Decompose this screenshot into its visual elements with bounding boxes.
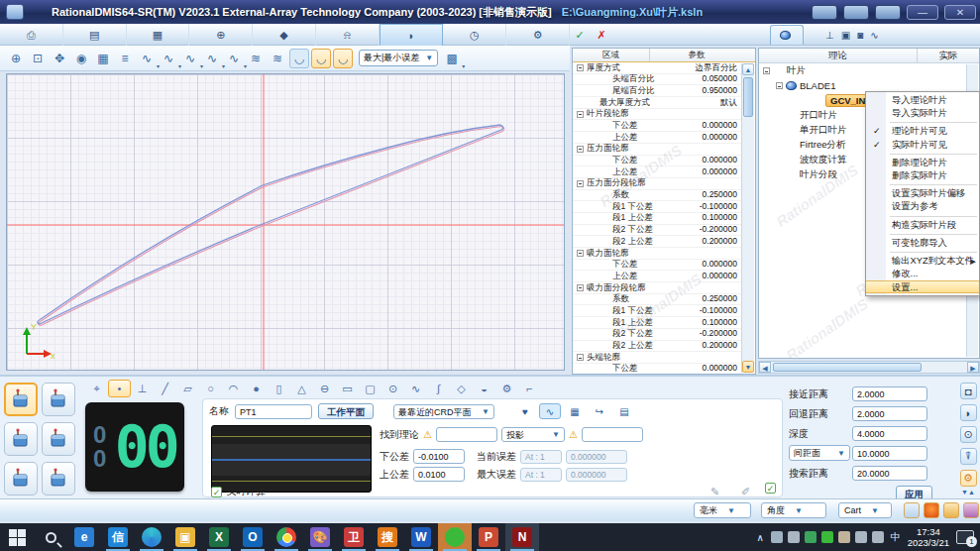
- strip-blade-icon[interactable]: ◗: [960, 404, 977, 421]
- menu-item[interactable]: ✓ 设置为参考 ▶: [866, 200, 979, 213]
- disc-icon[interactable]: ◒: [473, 380, 495, 397]
- collapse-icon[interactable]: [577, 146, 584, 153]
- view-orient-icon[interactable]: ◉: [71, 49, 91, 68]
- graphics-viewport[interactable]: Y x: [6, 73, 565, 371]
- projection-input[interactable]: [582, 427, 643, 442]
- param-row[interactable]: 厚度方式 边界百分比: [573, 62, 755, 74]
- param-row[interactable]: 段1 上公差 0.100000: [573, 213, 755, 225]
- status-tools-icon[interactable]: [963, 502, 979, 518]
- column-header-region[interactable]: 区域: [573, 49, 650, 61]
- param-row[interactable]: 尾端百分比 0.950000: [573, 85, 755, 97]
- tray-expand-icon[interactable]: ∧: [756, 532, 763, 543]
- view-card-icon[interactable]: ▤: [613, 403, 635, 419]
- menu-item[interactable]: ✓ 理论叶片可见 ▶: [866, 125, 979, 138]
- coord-select[interactable]: Cart▼: [838, 502, 892, 518]
- curve-tool-5-icon[interactable]: ∿: [224, 49, 244, 68]
- ellipse-icon[interactable]: ⊖: [313, 380, 336, 397]
- spacing-plane-select[interactable]: 间距面▼: [789, 445, 850, 461]
- menu-item[interactable]: ✓ 导入实际叶片 ▶: [866, 107, 979, 120]
- param-row[interactable]: 叶片段轮廓: [573, 109, 755, 121]
- param-row[interactable]: 上公差 0.000000: [573, 132, 755, 144]
- minimize-button[interactable]: —: [907, 5, 938, 20]
- wave-analysis-icon[interactable]: ≋: [246, 49, 266, 68]
- polygon-icon[interactable]: ◇: [450, 380, 473, 397]
- arc-icon[interactable]: ◠: [222, 380, 245, 397]
- upper-tol-input[interactable]: 0.0100: [413, 467, 465, 482]
- ime-indicator[interactable]: 中: [891, 530, 901, 544]
- camera-icon[interactable]: ◙: [857, 30, 863, 41]
- wechat-icon[interactable]: [438, 523, 472, 551]
- param-row[interactable]: 压力面分段轮廓: [573, 178, 755, 190]
- gauge-box-button[interactable]: [42, 422, 75, 456]
- menu-item[interactable]: ✓ 设置... ▶: [866, 280, 979, 293]
- tab-probe-icon[interactable]: ⊕: [189, 24, 253, 46]
- tab-report-icon[interactable]: ▤: [63, 24, 127, 46]
- tab-theory[interactable]: 理论: [759, 49, 918, 62]
- param-row[interactable]: 上公差 0.000000: [573, 166, 755, 178]
- outlook-icon[interactable]: O: [236, 523, 270, 551]
- curve-tool-4-icon[interactable]: ∿: [202, 49, 222, 68]
- explorer-icon[interactable]: ▣: [168, 523, 202, 551]
- scroll-down-icon[interactable]: ▼: [742, 361, 754, 373]
- slot-icon[interactable]: ▭: [336, 380, 359, 397]
- cone-icon[interactable]: △: [290, 380, 313, 397]
- param-row[interactable]: 下公差 0.000000: [573, 364, 755, 375]
- status-snap-icon[interactable]: [904, 502, 920, 518]
- strip-scroll-icons[interactable]: ▼▲: [961, 489, 975, 496]
- cancel-x-icon[interactable]: ✗: [592, 24, 611, 46]
- collapse-icon[interactable]: [577, 250, 584, 257]
- crd-plane-select[interactable]: 最靠近的CRD平面 ▼: [393, 404, 494, 419]
- approach-input[interactable]: 2.0000: [852, 386, 927, 401]
- cylinder-icon[interactable]: ▯: [268, 380, 290, 397]
- curve-icon[interactable]: ∿: [404, 380, 427, 397]
- strip-probe-icon[interactable]: ⍒: [960, 448, 977, 465]
- param-row[interactable]: 最大厚度方式 默认: [573, 97, 755, 109]
- notification-icon[interactable]: 1: [956, 530, 974, 544]
- status-hand-icon[interactable]: [943, 502, 959, 518]
- param-row[interactable]: 吸力面分段轮廓: [573, 282, 755, 294]
- menu-item[interactable]: ✓ 删除实际叶片 ▶: [866, 169, 979, 182]
- rationaldmis-icon[interactable]: N: [505, 523, 539, 551]
- tray-wechat-icon[interactable]: [821, 531, 833, 543]
- param-row[interactable]: 头端轮廓: [573, 352, 755, 364]
- param-row[interactable]: 下公差 0.000000: [573, 260, 755, 272]
- view-table-icon[interactable]: ▦: [564, 403, 586, 419]
- param-row[interactable]: 系数 0.250000: [573, 294, 755, 306]
- powerpoint-icon[interactable]: P: [472, 523, 505, 551]
- clock[interactable]: 17:34 2023/3/21: [908, 526, 949, 548]
- graph-small-icon[interactable]: ∿: [870, 30, 878, 41]
- app-icon[interactable]: [6, 4, 24, 20]
- param-row[interactable]: 段2 上公差 0.200000: [573, 236, 755, 248]
- blade-tab-icon[interactable]: [770, 25, 804, 45]
- status-alarm-icon[interactable]: [924, 502, 939, 518]
- menu-item[interactable]: ✓ 输出XYZ到文本文件 ▶: [866, 255, 979, 268]
- tray-network-icon[interactable]: [872, 531, 884, 543]
- feature-name-input[interactable]: PT1: [235, 404, 312, 419]
- collapse-icon[interactable]: [763, 67, 770, 74]
- scroll-left-icon[interactable]: ◀: [759, 362, 771, 373]
- tree-item[interactable]: 叶片: [759, 63, 979, 78]
- depth-input[interactable]: 4.0000: [852, 426, 927, 441]
- param-table-scrollbar[interactable]: ▲ ▼: [741, 63, 754, 373]
- search-dist-input[interactable]: 20.0000: [852, 466, 927, 481]
- collapse-icon[interactable]: [577, 111, 584, 118]
- probe-head-button[interactable]: [4, 422, 38, 456]
- view-curve-icon[interactable]: ↪: [589, 403, 610, 419]
- menu-item[interactable]: ✓ 修改... ▶: [866, 268, 979, 280]
- circle-icon[interactable]: ○: [199, 380, 222, 397]
- monitor-icon[interactable]: ▣: [841, 30, 850, 41]
- security-app-icon[interactable]: 卫: [337, 523, 371, 551]
- circle-dot-icon[interactable]: ⊙: [381, 380, 404, 397]
- menu-item[interactable]: ✓ 构造实际叶片段 ▶: [866, 219, 979, 232]
- angle-select[interactable]: 角度▼: [761, 502, 826, 518]
- probe-point-icon[interactable]: ⌖: [85, 380, 108, 397]
- hook-icon[interactable]: ⌐: [518, 380, 541, 397]
- edge-icon[interactable]: [135, 523, 168, 551]
- plane-icon[interactable]: ▱: [176, 380, 199, 397]
- tray-card-icon[interactable]: [838, 531, 850, 543]
- param-row[interactable]: 头端百分比 0.050000: [573, 74, 755, 86]
- blade-fit-icon[interactable]: ◡: [333, 49, 353, 68]
- strip-zoom-icon[interactable]: ⊙: [960, 426, 977, 443]
- line-icon[interactable]: ╱: [154, 380, 176, 397]
- gear-shape-icon[interactable]: ⚙: [495, 380, 518, 397]
